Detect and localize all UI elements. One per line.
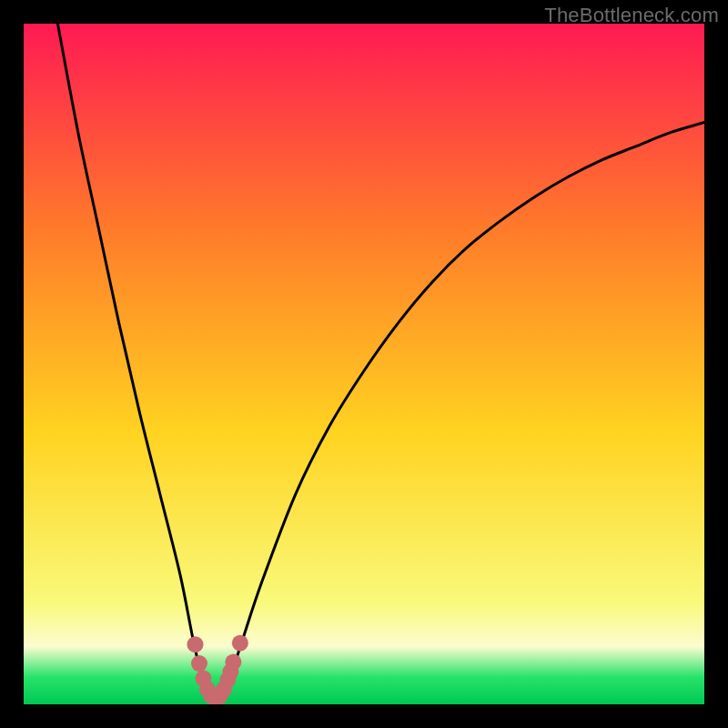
marker-dot: [232, 635, 248, 652]
marker-dot: [191, 655, 207, 672]
gradient-background: [24, 24, 704, 704]
marker-dot: [225, 654, 241, 671]
marker-dot: [187, 636, 204, 652]
watermark-text: TheBottleneck.com: [544, 4, 719, 27]
chart-frame: [24, 24, 704, 704]
chart-svg: [24, 24, 704, 704]
